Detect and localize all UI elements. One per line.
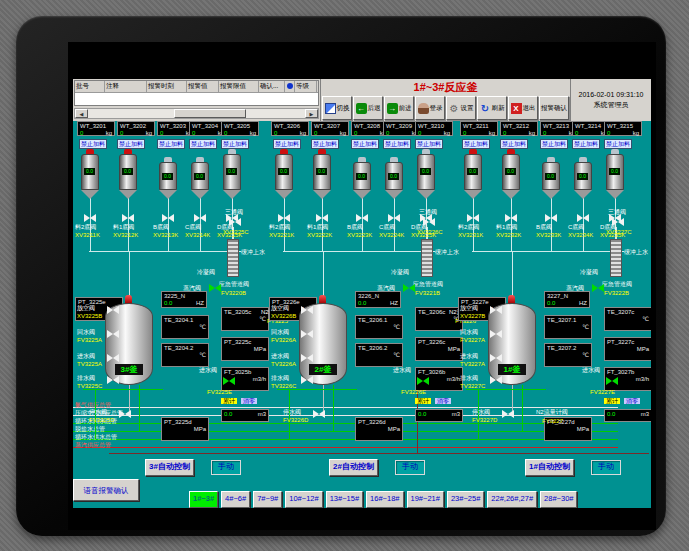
inlet-valve-icon[interactable] (417, 377, 429, 386)
steam-valve-icon[interactable] (592, 284, 604, 293)
nav-button-28#~30#[interactable]: 28#~30# (540, 491, 577, 508)
bottom-valve-icon[interactable] (577, 214, 589, 223)
nav-button-10#~12#[interactable]: 10#~12# (285, 491, 322, 508)
reactor-valve-icon[interactable] (490, 306, 502, 315)
auto-control-button[interactable]: 2#自动控制 (329, 459, 378, 476)
toolbar-button-settings[interactable]: ⚙设置 (446, 96, 476, 120)
three-way-valve-icon[interactable] (612, 218, 624, 227)
login-icon (418, 103, 429, 114)
reset-button[interactable]: 消零 (241, 398, 257, 404)
reactor-valve-label: 进水阀 (271, 353, 289, 360)
alarm-list[interactable]: 批号注释报警时刻报警值报警限值确认...等级 (74, 80, 319, 106)
reactor-valve-icon[interactable] (119, 410, 131, 419)
process-display-tag: PT_3226c (418, 339, 460, 346)
alarm-scrollbar[interactable]: ◀ ▶ (74, 108, 319, 119)
three-way-valve-icon[interactable] (423, 218, 435, 227)
bottom-valve-icon[interactable] (467, 214, 479, 223)
bottom-valve-icon[interactable] (122, 214, 134, 223)
reset-button[interactable]: 消零 (624, 398, 640, 404)
display-unit: HZ (196, 300, 204, 307)
scroll-right-icon[interactable]: ▶ (305, 109, 318, 118)
display-row: 0kg (354, 130, 386, 137)
pipe (200, 195, 201, 251)
reactor-valve-icon[interactable] (107, 354, 119, 363)
reactor-valve-icon[interactable] (490, 330, 502, 339)
pipe (284, 195, 285, 251)
scroll-left-icon[interactable]: ◀ (75, 109, 88, 118)
reactor-valve-icon[interactable] (490, 376, 502, 385)
bottom-valve-icon[interactable] (84, 214, 96, 223)
reactor-valve-icon[interactable] (490, 354, 502, 363)
reactor-valve-icon[interactable] (502, 410, 514, 419)
scrollbar-track[interactable] (88, 109, 305, 118)
nav-button-23#~25#[interactable]: 23#~25# (447, 491, 484, 508)
feed-tank: 0.0 (353, 157, 371, 199)
reactor-vessel[interactable]: 1#釜 (488, 303, 536, 385)
reactor-valve-label: 放空阀 (460, 305, 478, 312)
toolbar-button-login[interactable]: 登录 (415, 96, 445, 120)
toolbar-button-none[interactable]: 报警确认 (539, 96, 569, 120)
toolbar-button-back[interactable]: ←后退 (353, 96, 383, 120)
bottom-valve-icon[interactable] (356, 214, 368, 223)
steam-valve-icon[interactable] (403, 284, 415, 293)
temperature-display: TE_3206.2℃ (355, 343, 403, 367)
feed-tank: 0.0 (313, 149, 331, 199)
voice-alarm-ack-button[interactable]: 语音报警确认 (73, 479, 139, 501)
reset-button[interactable]: 消零 (435, 398, 451, 404)
manual-mode-indicator: 手动 (591, 460, 621, 475)
bottom-valve-icon[interactable] (194, 214, 206, 223)
bottom-valve-icon[interactable] (505, 214, 517, 223)
reactor-valve-icon[interactable] (107, 376, 119, 385)
condenser (227, 239, 239, 277)
toolbar-button-forward[interactable]: →前进 (384, 96, 414, 120)
toolbar-button-switch[interactable]: 切换 (322, 96, 352, 120)
tank-cone (119, 190, 137, 199)
reactor-valve-icon[interactable] (301, 306, 313, 315)
bottom-pressure-display-tag: PT_3226d (358, 419, 400, 426)
totalizer-button[interactable]: 累计 (221, 398, 237, 404)
totalizer-button[interactable]: 累计 (415, 398, 431, 404)
tag-label: XV3226B (271, 313, 296, 320)
auto-control-button[interactable]: 1#自动控制 (525, 459, 574, 476)
nav-button-16#~18#[interactable]: 16#~18# (366, 491, 403, 508)
display-value: 0 (160, 130, 163, 137)
steam-valve-icon[interactable] (209, 284, 221, 293)
bottom-valve-icon[interactable] (162, 214, 174, 223)
three-way-valve-icon[interactable] (229, 218, 241, 227)
feed-status-label: 禁止加料 (221, 139, 249, 149)
nav-button-4#~6#[interactable]: 4#~6# (221, 491, 250, 508)
display-value: 0 (224, 130, 227, 137)
reactor-valve-icon[interactable] (301, 354, 313, 363)
back-icon: ← (356, 103, 367, 114)
reactor-vessel[interactable]: 2#釜 (299, 303, 347, 385)
nav-button-19#~21#[interactable]: 19#~21# (407, 491, 444, 508)
toolbar-button-exit[interactable]: X退出 (508, 96, 538, 120)
scrollbar-thumb[interactable] (174, 109, 246, 118)
tank-body: 0.0 (464, 154, 482, 190)
nav-button-22#,26#,27#[interactable]: 22#,26#,27# (487, 491, 537, 508)
nav-button-13#~15#[interactable]: 13#~15# (326, 491, 363, 508)
inlet-valve-icon[interactable] (223, 377, 235, 386)
reactor-vessel[interactable]: 3#釜 (105, 303, 153, 385)
inlet-valve-label: 进水阀 (582, 367, 600, 374)
auto-control-button[interactable]: 3#自动控制 (145, 459, 194, 476)
toolbar-button-refresh[interactable]: ↻刷新 (477, 96, 507, 120)
reactor-valve-icon[interactable] (301, 330, 313, 339)
nav-button-1#~3#[interactable]: 1#~3# (189, 491, 218, 508)
reactor-valve-icon[interactable] (107, 330, 119, 339)
reactor-valve-icon[interactable] (301, 376, 313, 385)
bottom-valve-icon[interactable] (316, 214, 328, 223)
bottom-valve-icon[interactable] (545, 214, 557, 223)
display-unit: MPa (448, 346, 460, 353)
toolbar-button-label: 后退 (368, 104, 381, 113)
reactor-valve-icon[interactable] (313, 410, 325, 419)
reactor-valve-icon[interactable] (107, 306, 119, 315)
bottom-valve-icon[interactable] (388, 214, 400, 223)
totalizer-button[interactable]: 累计 (604, 398, 620, 404)
tag-label: FV3220B (221, 290, 246, 297)
emergency-valve-label: 应急管道阀 (219, 281, 249, 288)
bottom-valve-icon[interactable] (278, 214, 290, 223)
inlet-valve-icon[interactable] (606, 377, 618, 386)
nav-button-7#~9#[interactable]: 7#~9# (253, 491, 282, 508)
tank-level-readout: 0.0 (84, 168, 95, 175)
